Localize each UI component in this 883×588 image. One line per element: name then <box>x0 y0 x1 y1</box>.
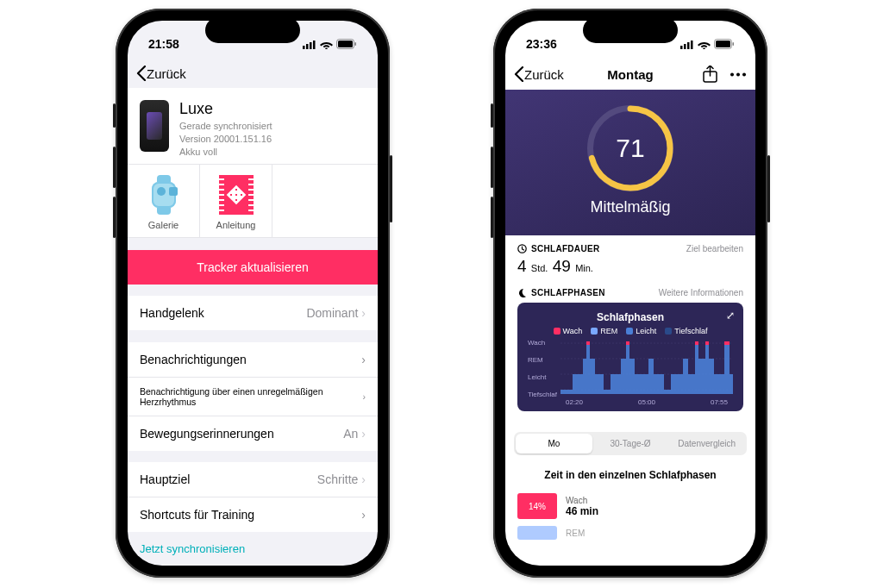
nav-bar: Zurück Montag <box>505 59 755 90</box>
guide-tile[interactable]: Anleitung <box>200 165 272 237</box>
chevron-left-icon <box>136 66 147 81</box>
ylabel-leicht: Leicht <box>528 373 546 381</box>
dynamic-island <box>205 17 300 43</box>
svg-rect-2 <box>310 42 312 49</box>
xtick-a: 02:20 <box>566 398 583 406</box>
settings-group-3: Hauptziel Schritte› Shortcuts für Traini… <box>128 462 378 532</box>
goal-value: Schritte <box>317 472 358 486</box>
guide-icon <box>219 175 254 215</box>
legend-tief: Tiefschlaf <box>674 327 707 335</box>
svg-rect-0 <box>303 46 305 49</box>
gallery-tile[interactable]: Galerie <box>128 165 200 237</box>
expand-icon[interactable]: ⤢ <box>726 310 735 322</box>
right-phone: 23:36 Zurück Montag <box>493 9 767 578</box>
legend-leicht: Leicht <box>636 327 656 335</box>
wrist-label: Handgelenk <box>140 306 204 320</box>
legend-rem: REM <box>600 327 617 335</box>
dynamic-island <box>583 17 678 43</box>
update-tracker-label: Tracker aktualisieren <box>197 260 308 274</box>
chevron-right-icon: › <box>361 306 366 320</box>
score-arc <box>587 105 673 191</box>
back-label: Zurück <box>147 66 186 81</box>
phases-title: SCHLAFPHASEN <box>531 288 605 297</box>
segment-compare[interactable]: Datenvergleich <box>668 434 745 454</box>
battery-icon <box>336 39 357 49</box>
sleep-phase-chart-card[interactable]: ⤢ Schlafphasen Wach REM Leicht Tiefschla… <box>517 303 743 411</box>
power-button <box>767 155 770 222</box>
sync-now-link[interactable]: Jetzt synchronisieren <box>128 532 378 566</box>
svg-rect-25 <box>626 341 629 345</box>
settings-group-1: Handgelenk Dominant› <box>128 296 378 330</box>
more-info-link[interactable]: Weitere Informationen <box>659 288 743 297</box>
phase-chart: Wach REM Leicht Tiefschlaf <box>528 339 733 404</box>
xtick-c: 07:55 <box>711 398 728 406</box>
svg-rect-7 <box>680 46 683 49</box>
sleep-score-hero: 71 Mittelmäßig <box>505 90 755 235</box>
status-time: 23:36 <box>526 37 557 51</box>
goal-row[interactable]: Hauptziel Schritte› <box>128 462 378 497</box>
phase-label-rem: REM <box>566 529 585 538</box>
phase-row-wach[interactable]: 14% Wach 46 min <box>505 490 755 522</box>
duration-title: SCHLAFDAUER <box>531 244 599 253</box>
svg-rect-6 <box>355 42 357 46</box>
sleep-score-label: Mittelmäßig <box>590 198 670 216</box>
guide-label: Anleitung <box>216 220 256 230</box>
svg-rect-13 <box>733 42 735 46</box>
volume-down-button <box>113 197 116 238</box>
device-name: Luxe <box>179 100 272 118</box>
svg-rect-10 <box>691 41 693 49</box>
reminders-row[interactable]: Bewegungserinnerungen An› <box>128 416 378 451</box>
side-button <box>113 103 116 128</box>
phase-pct-wach: 14% <box>529 502 546 511</box>
phase-label-wach: Wach <box>566 496 598 505</box>
ylabel-tief: Tiefschlaf <box>528 391 557 398</box>
chevron-right-icon: › <box>361 508 366 522</box>
irregular-rhythm-label: Benachrichtigung über einen unregelmäßig… <box>140 386 363 407</box>
sleep-duration-value: 4 Std. 49 Min. <box>517 257 743 276</box>
phase-legend: Wach REM Leicht Tiefschlaf <box>528 327 733 335</box>
segment-mo[interactable]: Mo <box>516 434 592 454</box>
nav-bar: Zurück <box>128 59 378 88</box>
shortcuts-label: Shortcuts für Training <box>140 508 254 522</box>
svg-rect-12 <box>716 41 730 47</box>
chevron-right-icon: › <box>361 353 366 366</box>
volume-up-button <box>113 147 116 188</box>
wrist-row[interactable]: Handgelenk Dominant› <box>128 296 378 330</box>
device-image <box>140 100 169 152</box>
minutes: 49 <box>553 257 571 275</box>
shortcuts-row[interactable]: Shortcuts für Training › <box>128 497 378 532</box>
clock-icon <box>517 244 527 253</box>
phase-card-title: Schlafphasen <box>528 311 733 323</box>
volume-down-button <box>491 197 493 238</box>
screen-left: 21:58 Zurück <box>128 21 378 566</box>
nav-title: Montag <box>505 67 755 82</box>
phase-breakdown-title: Zeit in den einzelnen Schlafphasen <box>505 464 755 490</box>
hours: 4 <box>517 257 527 275</box>
svg-rect-1 <box>306 44 309 49</box>
notifications-label: Benachrichtigungen <box>140 353 247 366</box>
svg-point-18 <box>591 109 670 188</box>
update-tracker-button[interactable]: Tracker aktualisieren <box>128 250 378 285</box>
tiles: Galerie Anleitung <box>128 164 378 238</box>
edit-goal-link[interactable]: Ziel bearbeiten <box>686 244 743 253</box>
gallery-label: Galerie <box>148 220 178 230</box>
chevron-right-icon: › <box>361 427 366 441</box>
phase-chart-svg <box>560 339 733 394</box>
left-phone: 21:58 Zurück <box>116 9 390 578</box>
wifi-icon <box>698 40 711 49</box>
status-time: 21:58 <box>148 37 179 51</box>
device-version: Version 20001.151.16 <box>179 133 272 146</box>
phase-pill-rem <box>517 526 557 540</box>
hours-unit: Std. <box>531 263 548 273</box>
device-sync-status: Gerade synchronisiert <box>179 120 272 133</box>
segment-30days[interactable]: 30-Tage-Ø <box>592 434 669 454</box>
notifications-row[interactable]: Benachrichtigungen › <box>128 342 378 378</box>
phase-row-rem[interactable]: REM <box>505 522 755 543</box>
irregular-rhythm-row[interactable]: Benachrichtigung über einen unregelmäßig… <box>128 378 378 416</box>
phase-duration-wach: 46 min <box>566 505 598 517</box>
segmented-control[interactable]: Mo 30-Tage-Ø Datenvergleich <box>514 432 747 455</box>
power-button <box>390 155 392 222</box>
svg-rect-3 <box>313 41 316 49</box>
back-button[interactable]: Zurück <box>136 66 186 81</box>
device-card: Luxe Gerade synchronisiert Version 20001… <box>128 88 378 164</box>
